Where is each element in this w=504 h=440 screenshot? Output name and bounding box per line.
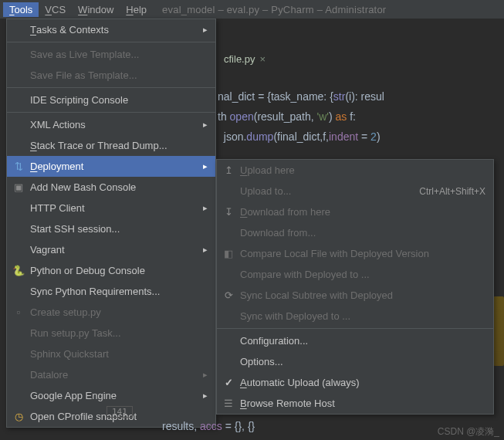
menuitem-sync-local: ⟳Sync Local Subtree with Deployed — [217, 285, 493, 306]
check-icon: ✓ — [222, 377, 235, 388]
menuitem-deployment[interactable]: ⇅Deployment — [7, 156, 215, 177]
download-icon: ↧ — [222, 206, 235, 218]
sync-icon: ⟳ — [222, 289, 235, 301]
menuitem-browse-remote[interactable]: ☰Browse Remote Host — [217, 393, 493, 414]
menuitem-download-here: ↧Download from here — [217, 201, 493, 222]
upload-icon: ↥ — [222, 164, 235, 176]
menuitem-google-app-engine[interactable]: Google App Engine — [7, 385, 215, 406]
deployment-icon: ⇅ — [12, 161, 25, 172]
setup-icon: ▫ — [12, 306, 25, 318]
menuitem-http-client[interactable]: HTTP Client — [7, 198, 215, 218]
bottom-code-line: results, accs = {}, {} — [162, 420, 255, 432]
menu-tools[interactable]: TToolsools — [3, 2, 39, 17]
menuitem-ide-scripting-console[interactable]: IDE Scripting Console — [7, 90, 215, 110]
menuitem-save-file-template: Save File as Template... — [7, 65, 215, 86]
cprofile-icon: ◷ — [12, 411, 25, 422]
menuitem-start-ssh[interactable]: Start SSH session... — [7, 218, 215, 239]
menuitem-create-setup: ▫Create setup.py — [7, 302, 215, 323]
menu-help[interactable]: Help — [120, 2, 153, 17]
shortcut-label: Ctrl+Alt+Shift+X — [419, 186, 485, 197]
watermark: CSDN @凌漪_ — [438, 425, 499, 438]
menuitem-run-setup: Run setup.py Task... — [7, 323, 215, 344]
list-icon: ☰ — [222, 398, 235, 409]
tools-menu: Tasks & Contexts Save as Live Template..… — [6, 19, 216, 428]
bash-icon: ▣ — [12, 181, 25, 193]
menuitem-add-bash-console[interactable]: ▣Add New Bash Console — [7, 177, 215, 198]
python-icon: 🐍 — [12, 265, 25, 276]
scrollbar-marker — [493, 296, 504, 366]
menuitem-stack-trace[interactable]: Stack Trace or Thread Dump... — [7, 135, 215, 156]
gutter: 141 — [107, 405, 133, 417]
menuitem-options[interactable]: Options... — [217, 351, 493, 372]
tab-cfile[interactable]: cfile.py × — [218, 50, 272, 68]
code-snippet: nal_dict = {task_name: {str(i): resul th… — [218, 86, 384, 147]
deployment-submenu: ↥Upload here Upload to...Ctrl+Alt+Shift+… — [216, 159, 494, 415]
menuitem-sync-requirements[interactable]: Sync Python Requirements... — [7, 281, 215, 302]
menuitem-sync-to: Sync with Deployed to ... — [217, 306, 493, 327]
line-number: 141 — [107, 406, 133, 418]
menuitem-vagrant[interactable]: Vagrant — [7, 239, 215, 260]
menuitem-download-from: Download from... — [217, 222, 493, 243]
menuitem-configuration[interactable]: Configuration... — [217, 330, 493, 351]
separator — [7, 87, 215, 88]
menuitem-python-console[interactable]: 🐍Python or Debug Console — [7, 260, 215, 281]
menuitem-tasks-contexts[interactable]: Tasks & Contexts — [7, 19, 215, 40]
separator — [7, 112, 215, 113]
compare-icon: ◧ — [222, 248, 235, 259]
menu-vcs[interactable]: VCS — [39, 2, 72, 17]
menu-window[interactable]: Window — [72, 2, 120, 17]
menuitem-save-live-template: Save as Live Template... — [7, 44, 215, 65]
menuitem-compare-to: Compare with Deployed to ... — [217, 264, 493, 285]
menuitem-xml-actions[interactable]: XML Actions — [7, 114, 215, 135]
menuitem-compare-local: ◧Compare Local File with Deployed Versio… — [217, 243, 493, 264]
menuitem-datalore: Datalore — [7, 364, 215, 385]
menubar: TToolsools VCS Window Help eval_model – … — [0, 0, 504, 19]
tab-label: cfile.py — [224, 53, 255, 65]
menuitem-upload-here: ↥Upload here — [217, 160, 493, 181]
menuitem-sphinx: Sphinx Quickstart — [7, 344, 215, 364]
separator — [217, 328, 493, 329]
window-title: eval_model – eval.py – PyCharm – Adminis… — [162, 4, 386, 15]
close-icon[interactable]: × — [259, 53, 266, 65]
menuitem-upload-to: Upload to...Ctrl+Alt+Shift+X — [217, 181, 493, 201]
menuitem-automatic-upload[interactable]: ✓Automatic Upload (always) — [217, 372, 493, 393]
separator — [7, 42, 215, 42]
